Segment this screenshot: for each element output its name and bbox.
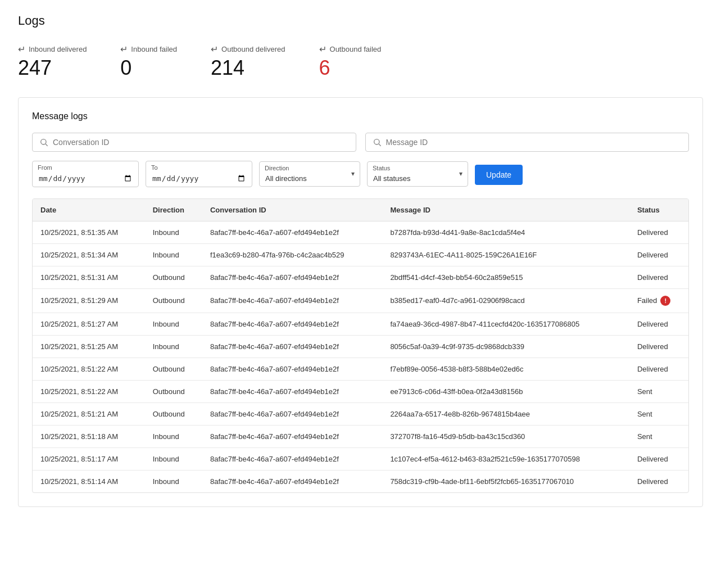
message-id-input[interactable] — [386, 138, 682, 147]
to-date-group: To — [146, 161, 252, 187]
cell-message-id: ee7913c6-c06d-43ff-b0ea-0f2a43d8156b — [382, 380, 629, 402]
cell-status: Failed ! — [629, 288, 688, 313]
stat-label-inbound-delivered: ↵ Inbound delivered — [18, 44, 87, 55]
cell-date: 10/25/2021, 8:51:21 AM — [33, 402, 145, 425]
cell-message-id: 2264aa7a-6517-4e8b-826b-9674815b4aee — [382, 402, 629, 425]
cell-status: Delivered — [629, 221, 688, 243]
table-container: DateDirectionConversation IDMessage IDSt… — [32, 198, 689, 493]
table-row[interactable]: 10/25/2021, 8:51:31 AMOutbound8afac7ff-b… — [33, 266, 688, 288]
table-row[interactable]: 10/25/2021, 8:51:29 AMOutbound8afac7ff-b… — [33, 288, 688, 313]
cell-conversation-id: 8afac7ff-be4c-46a7-a607-efd494eb1e2f — [202, 221, 382, 243]
cell-date: 10/25/2021, 8:51:14 AM — [33, 470, 145, 492]
cell-message-id: 2bdff541-d4cf-43eb-bb54-60c2a859e515 — [382, 266, 629, 288]
stat-inbound-failed: ↵ Inbound failed 0 — [120, 44, 177, 79]
cell-conversation-id: f1ea3c69-b280-47fa-976b-c4c2aac4b529 — [202, 243, 382, 266]
cell-conversation-id: 8afac7ff-be4c-46a7-a607-efd494eb1e2f — [202, 335, 382, 358]
cell-date: 10/25/2021, 8:51:22 AM — [33, 380, 145, 402]
stat-label-outbound-delivered: ↵ Outbound delivered — [211, 44, 285, 55]
status-failed-badge: Failed ! — [637, 296, 681, 306]
stat-icon-outbound-failed: ↵ — [319, 44, 327, 55]
svg-line-3 — [379, 144, 381, 146]
table-header-row: DateDirectionConversation IDMessage IDSt… — [33, 199, 688, 221]
cell-status: Sent — [629, 402, 688, 425]
table-row[interactable]: 10/25/2021, 8:51:34 AMInboundf1ea3c69-b2… — [33, 243, 688, 266]
cell-status: Delivered — [629, 470, 688, 492]
update-button[interactable]: Update — [475, 165, 523, 185]
conversation-search-box — [32, 133, 356, 152]
table-row[interactable]: 10/25/2021, 8:51:22 AMOutbound8afac7ff-b… — [33, 358, 688, 380]
table-row[interactable]: 10/25/2021, 8:51:17 AMInbound8afac7ff-be… — [33, 447, 688, 470]
stat-value-outbound-delivered: 214 — [211, 57, 285, 79]
cell-date: 10/25/2021, 8:51:34 AM — [33, 243, 145, 266]
direction-filter-group: Direction All directionsInboundOutbound … — [259, 161, 360, 187]
page-container: Logs ↵ Inbound delivered 247 ↵ Inbound f… — [0, 0, 721, 521]
th-date: Date — [33, 199, 145, 221]
cell-direction: Inbound — [145, 447, 202, 470]
search-row — [32, 133, 689, 152]
logs-table: DateDirectionConversation IDMessage IDSt… — [33, 199, 688, 492]
cell-status: Delivered — [629, 243, 688, 266]
status-filter-group: Status All statusesDeliveredSentFailed ▾ — [367, 161, 468, 187]
stat-outbound-delivered: ↵ Outbound delivered 214 — [211, 44, 285, 79]
cell-status: Delivered — [629, 358, 688, 380]
table-row[interactable]: 10/25/2021, 8:51:14 AMInbound8afac7ff-be… — [33, 470, 688, 492]
to-date-input[interactable] — [146, 161, 252, 187]
th-message-id: Message ID — [382, 199, 629, 221]
message-logs-card: Message logs From — [18, 97, 703, 507]
cell-direction: Outbound — [145, 402, 202, 425]
cell-conversation-id: 8afac7ff-be4c-46a7-a607-efd494eb1e2f — [202, 266, 382, 288]
cell-date: 10/25/2021, 8:51:25 AM — [33, 335, 145, 358]
cell-direction: Outbound — [145, 358, 202, 380]
cell-message-id: fa74aea9-36cd-4987-8b47-411cecfd420c-163… — [382, 313, 629, 335]
th-direction: Direction — [145, 199, 202, 221]
search-icon — [39, 138, 48, 147]
stats-row: ↵ Inbound delivered 247 ↵ Inbound failed… — [18, 44, 703, 79]
page-title: Logs — [18, 13, 703, 28]
cell-direction: Inbound — [145, 470, 202, 492]
th-status: Status — [629, 199, 688, 221]
cell-conversation-id: 8afac7ff-be4c-46a7-a607-efd494eb1e2f — [202, 425, 382, 447]
table-row[interactable]: 10/25/2021, 8:51:18 AMInbound8afac7ff-be… — [33, 425, 688, 447]
stat-label-inbound-failed: ↵ Inbound failed — [120, 44, 177, 55]
stat-value-outbound-failed: 6 — [319, 57, 382, 79]
message-search-box — [365, 133, 690, 152]
cell-message-id: 1c107ec4-ef5a-4612-b463-83a2f521c59e-163… — [382, 447, 629, 470]
cell-conversation-id: 8afac7ff-be4c-46a7-a607-efd494eb1e2f — [202, 380, 382, 402]
th-conversation-id: Conversation ID — [202, 199, 382, 221]
table-row[interactable]: 10/25/2021, 8:51:35 AMInbound8afac7ff-be… — [33, 221, 688, 243]
card-title: Message logs — [32, 111, 689, 121]
stat-outbound-failed: ↵ Outbound failed 6 — [319, 44, 382, 79]
cell-conversation-id: 8afac7ff-be4c-46a7-a607-efd494eb1e2f — [202, 288, 382, 313]
from-date-group: From — [32, 161, 139, 187]
stat-label-outbound-failed: ↵ Outbound failed — [319, 44, 382, 55]
cell-status: Sent — [629, 380, 688, 402]
cell-conversation-id: 8afac7ff-be4c-46a7-a607-efd494eb1e2f — [202, 470, 382, 492]
cell-conversation-id: 8afac7ff-be4c-46a7-a607-efd494eb1e2f — [202, 358, 382, 380]
cell-date: 10/25/2021, 8:51:31 AM — [33, 266, 145, 288]
conversation-id-input[interactable] — [53, 138, 349, 147]
cell-direction: Outbound — [145, 288, 202, 313]
cell-message-id: 758dc319-cf9b-4ade-bf11-6ebf5f2fcb65-163… — [382, 470, 629, 492]
cell-direction: Inbound — [145, 335, 202, 358]
table-row[interactable]: 10/25/2021, 8:51:21 AMOutbound8afac7ff-b… — [33, 402, 688, 425]
cell-message-id: b7287fda-b93d-4d41-9a8e-8ac1cda5f4e4 — [382, 221, 629, 243]
cell-message-id: b385ed17-eaf0-4d7c-a961-02906f98cacd — [382, 288, 629, 313]
cell-message-id: 372707f8-fa16-45d9-b5db-ba43c15cd360 — [382, 425, 629, 447]
table-row[interactable]: 10/25/2021, 8:51:27 AMInbound8afac7ff-be… — [33, 313, 688, 335]
table-row[interactable]: 10/25/2021, 8:51:22 AMOutbound8afac7ff-b… — [33, 380, 688, 402]
cell-message-id: f7ebf89e-0056-4538-b8f3-588b4e02ed6c — [382, 358, 629, 380]
table-row[interactable]: 10/25/2021, 8:51:25 AMInbound8afac7ff-be… — [33, 335, 688, 358]
direction-select[interactable]: All directionsInboundOutbound — [259, 161, 360, 187]
cell-direction: Inbound — [145, 221, 202, 243]
svg-point-2 — [374, 139, 379, 144]
status-select[interactable]: All statusesDeliveredSentFailed — [367, 161, 468, 187]
cell-direction: Outbound — [145, 380, 202, 402]
cell-date: 10/25/2021, 8:51:27 AM — [33, 313, 145, 335]
stat-value-inbound-delivered: 247 — [18, 57, 87, 79]
cell-conversation-id: 8afac7ff-be4c-46a7-a607-efd494eb1e2f — [202, 402, 382, 425]
from-date-input[interactable] — [32, 161, 139, 187]
cell-status: Delivered — [629, 313, 688, 335]
search-icon-2 — [373, 138, 382, 147]
cell-direction: Outbound — [145, 266, 202, 288]
cell-direction: Inbound — [145, 425, 202, 447]
